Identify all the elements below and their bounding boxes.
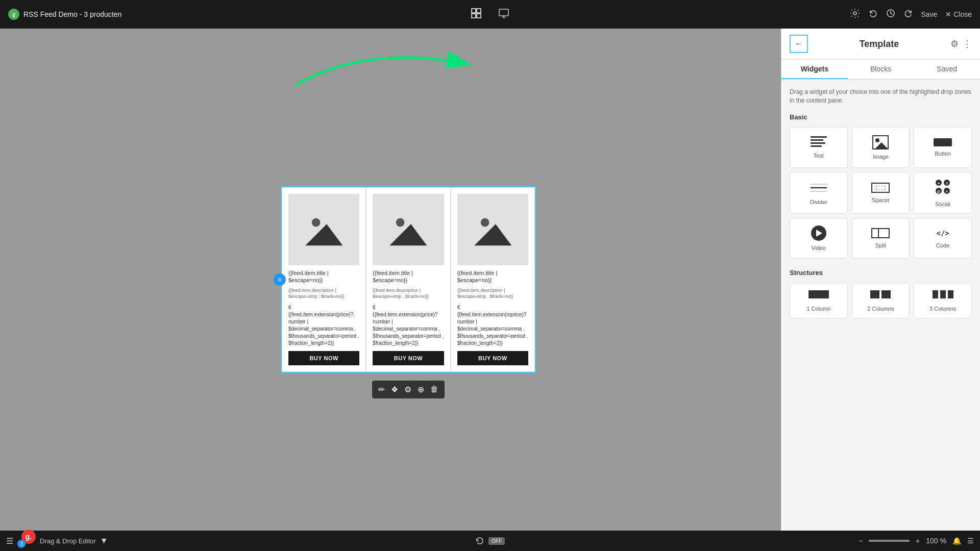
edit-icon[interactable]: ✏	[378, 385, 385, 394]
tab-saved[interactable]: Saved	[914, 60, 980, 79]
product-card-3: {{feed.item.title | $escape=no}} {{feed.…	[451, 187, 535, 371]
structures-grid: 1 Column 2 Columns	[790, 283, 972, 318]
product-price-1: €{{feed.item.extension(price)?number | $…	[288, 304, 359, 347]
drag-handle[interactable]	[274, 273, 286, 286]
chevron-down-icon[interactable]: ▼	[100, 536, 108, 545]
buy-button-3[interactable]: BUY NOW	[457, 351, 528, 365]
widget-social[interactable]: + f @ × Social	[914, 172, 972, 214]
zoom-out-icon[interactable]: −	[859, 537, 863, 545]
product-card-1: {{feed.item.title | $escape=no}} {{feed.…	[282, 187, 366, 371]
structure-3col[interactable]: 3 Columns	[914, 283, 972, 318]
svg-text:+: +	[938, 181, 940, 186]
widget-code[interactable]: </> Code	[914, 218, 972, 259]
element-toolbar: ✏ ❖ ⚙ ⊕ 🗑	[372, 381, 445, 398]
top-bar-center	[471, 8, 509, 21]
split-icon	[871, 228, 890, 238]
svg-marker-20	[873, 142, 889, 149]
product-desc-3: {{feed.item.description | $escape=strip …	[457, 288, 528, 299]
product-price-2: €{{feed.item.extension(price)?number | $…	[373, 304, 444, 347]
zoom-value: 100 %	[926, 537, 946, 545]
2col-icon	[869, 289, 892, 302]
settings-icon-btn[interactable]	[849, 8, 861, 21]
drag-drop-label: Drag & Drop Editor	[40, 537, 96, 545]
svg-rect-37	[948, 290, 953, 298]
bottom-left: ☰ g. 3 Drag & Drop Editor ▼	[6, 530, 108, 551]
panel-header-icons: ⚙ ⋮	[950, 38, 972, 49]
svg-rect-3	[477, 9, 481, 13]
widget-text[interactable]: Text	[790, 127, 848, 168]
svg-rect-2	[472, 9, 476, 13]
save-button[interactable]: Save	[921, 10, 937, 18]
tab-widgets[interactable]: Widgets	[781, 60, 848, 79]
svg-text:×: ×	[946, 190, 948, 193]
svg-rect-32	[808, 290, 829, 298]
zoom-in-icon[interactable]: +	[916, 537, 920, 545]
panel-tabs: Widgets Blocks Saved	[781, 60, 980, 80]
bottom-right: − + 100 % 🔔 ☰	[859, 537, 974, 545]
product-grid-container: {{feed.item.title | $escape=no}} {{feed.…	[281, 186, 536, 372]
button-widget-label: Button	[935, 151, 951, 157]
panel-filter-icon[interactable]: ⚙	[950, 38, 959, 49]
widget-video[interactable]: Video	[790, 218, 848, 259]
product-title-2: {{feed.item.title | $escape=no}}	[373, 269, 444, 284]
product-title-3: {{feed.item.title | $escape=no}}	[457, 269, 528, 284]
tab-blocks[interactable]: Blocks	[848, 60, 914, 79]
history-icon-btn[interactable]	[886, 9, 895, 20]
add-icon[interactable]: ⊕	[418, 385, 424, 394]
widget-grid: Text Image Button	[790, 127, 972, 259]
panel-content: Drag a widget of your choice into one of…	[781, 80, 980, 531]
widget-divider[interactable]: Divider	[790, 172, 848, 214]
svg-text:g: g	[12, 12, 15, 17]
product-desc-1: {{feed.item.description | $escape=strip …	[288, 288, 359, 299]
svg-point-12	[312, 218, 321, 227]
desktop-view-icon[interactable]	[498, 8, 509, 21]
svg-marker-13	[305, 224, 342, 246]
spacer-icon	[871, 183, 890, 193]
widget-spacer[interactable]: Spacer	[852, 172, 910, 214]
bottom-badge: 3	[17, 540, 26, 548]
grid-view-icon[interactable]	[471, 8, 482, 21]
off-badge[interactable]: OFF	[488, 537, 505, 545]
product-title-1: {{feed.item.title | $escape=no}}	[288, 269, 359, 284]
svg-point-19	[875, 138, 879, 142]
product-image-3	[457, 194, 528, 265]
1col-icon	[807, 289, 830, 302]
panel-back-button[interactable]: ←	[790, 35, 808, 53]
notification-icon[interactable]: 🔔	[952, 537, 961, 545]
bottom-menu-icon[interactable]: ☰	[6, 536, 13, 546]
product-image-1	[288, 194, 359, 265]
undo-icon-btn[interactable]	[869, 9, 878, 20]
grid-toggle-icon[interactable]: ☰	[967, 537, 974, 545]
product-price-3: €{{feed.item.extension(mprice)?number | …	[457, 304, 528, 347]
bottom-bar: ☰ g. 3 Drag & Drop Editor ▼ OFF − + 100 …	[0, 531, 980, 551]
panel-more-icon[interactable]: ⋮	[963, 38, 972, 49]
settings-icon[interactable]: ⚙	[404, 385, 411, 394]
spacer-widget-label: Spacer	[872, 197, 890, 203]
zoom-slider[interactable]	[869, 540, 910, 542]
buy-button-2[interactable]: BUY NOW	[373, 351, 444, 365]
3col-icon	[932, 289, 954, 302]
widget-split[interactable]: Split	[852, 218, 910, 259]
delete-icon[interactable]: 🗑	[430, 385, 438, 394]
widget-image[interactable]: Image	[852, 127, 910, 168]
widget-button[interactable]: Button	[914, 127, 972, 168]
structure-1col[interactable]: 1 Column	[790, 283, 848, 318]
close-button[interactable]: ✕ Close	[945, 10, 972, 18]
text-widget-label: Text	[814, 153, 824, 159]
svg-text:f: f	[946, 181, 948, 186]
image-widget-label: Image	[873, 154, 889, 160]
layout-icon[interactable]: ❖	[391, 385, 398, 394]
2col-label: 2 Columns	[867, 306, 894, 312]
buy-button-1[interactable]: BUY NOW	[288, 351, 359, 365]
panel-hint: Drag a widget of your choice into one of…	[790, 88, 972, 105]
app-logo-area: g RSS Feed Demo - 3 producten	[8, 9, 121, 20]
product-grid[interactable]: {{feed.item.title | $escape=no}} {{feed.…	[281, 186, 536, 372]
svg-rect-33	[870, 290, 879, 298]
bottom-center: OFF	[475, 536, 505, 545]
split-widget-label: Split	[875, 242, 886, 248]
structure-2col[interactable]: 2 Columns	[852, 283, 910, 318]
divider-icon	[810, 181, 828, 195]
close-x-icon: ✕	[945, 10, 951, 18]
redo-icon-btn[interactable]	[903, 9, 913, 20]
svg-marker-17	[474, 224, 511, 246]
